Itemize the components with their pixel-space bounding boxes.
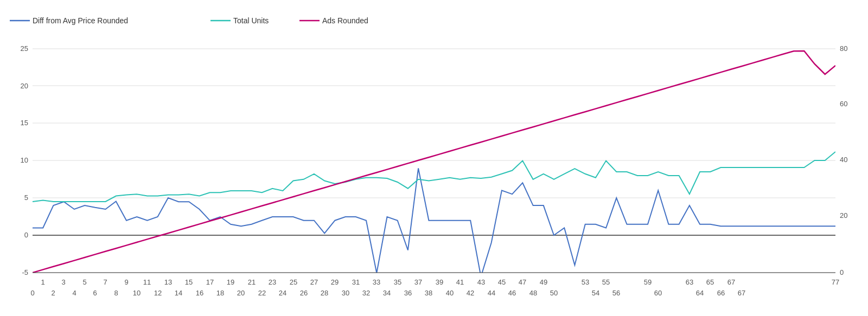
left-axis-5: 5: [24, 194, 28, 202]
x-bot-44: 44: [488, 289, 495, 297]
x-top-63: 63: [686, 278, 693, 286]
x-bot-6: 6: [93, 289, 97, 297]
x-bot-16: 16: [196, 289, 203, 297]
x-top-7: 7: [103, 278, 107, 286]
x-top-53: 53: [582, 278, 589, 286]
total-units-line: [33, 152, 835, 202]
x-top-27: 27: [310, 278, 318, 286]
x-top-15: 15: [185, 278, 193, 286]
x-top-65: 65: [706, 278, 714, 286]
right-axis-80: 80: [840, 44, 847, 53]
x-top-17: 17: [206, 278, 214, 286]
legend-diff-label: Diff from Avg Price Rounded: [33, 16, 128, 25]
x-top-45: 45: [498, 278, 506, 286]
x-top-23: 23: [269, 278, 276, 286]
x-bot-46: 46: [508, 289, 516, 297]
x-bot-42: 42: [467, 289, 474, 297]
x-top-3: 3: [61, 278, 65, 286]
x-top-35: 35: [394, 278, 401, 286]
x-bot-12: 12: [154, 289, 162, 297]
x-top-11: 11: [143, 278, 151, 286]
left-axis-neg5: -5: [22, 268, 28, 276]
chart-svg: 25 20 15 10 5 0 -5 80 60 40 20 0: [0, 0, 868, 316]
x-bot-40: 40: [446, 289, 454, 297]
x-bot-66: 66: [717, 289, 725, 297]
x-top-25: 25: [290, 278, 297, 286]
x-top-37: 37: [414, 278, 422, 286]
x-top-13: 13: [164, 278, 172, 286]
left-axis-25: 25: [21, 44, 28, 53]
right-axis-60: 60: [840, 100, 847, 108]
x-bot-34: 34: [383, 289, 391, 297]
x-bot-0: 0: [30, 289, 34, 297]
x-bot-22: 22: [258, 289, 266, 297]
legend-units-label: Total Units: [233, 16, 269, 25]
x-top-29: 29: [331, 278, 339, 286]
chart-container: 25 20 15 10 5 0 -5 80 60 40 20 0: [0, 0, 868, 316]
x-bot-10: 10: [133, 289, 141, 297]
x-top-47: 47: [519, 278, 526, 286]
x-top-39: 39: [436, 278, 443, 286]
x-bot-20: 20: [237, 289, 245, 297]
x-top-9: 9: [124, 278, 128, 286]
x-bot-56: 56: [612, 289, 620, 297]
left-axis-15: 15: [21, 119, 28, 127]
x-bot-14: 14: [175, 289, 182, 297]
x-top-19: 19: [227, 278, 234, 286]
x-bot-8: 8: [114, 289, 118, 297]
x-bot-28: 28: [321, 289, 328, 297]
x-top-59: 59: [644, 278, 652, 286]
x-bot-4: 4: [72, 289, 76, 297]
x-top-77: 77: [832, 278, 839, 286]
x-bot-2: 2: [51, 289, 55, 297]
x-top-67: 67: [727, 278, 735, 286]
x-bot-38: 38: [425, 289, 432, 297]
x-top-5: 5: [82, 278, 86, 286]
right-axis-0: 0: [840, 268, 844, 276]
left-axis-0: 0: [24, 231, 28, 239]
x-bot-24: 24: [279, 289, 286, 297]
x-top-41: 41: [456, 278, 464, 286]
x-bot-32: 32: [362, 289, 370, 297]
x-bot-67b: 67: [738, 289, 745, 297]
right-axis-40: 40: [840, 156, 847, 164]
x-top-21: 21: [248, 278, 256, 286]
ads-rounded-line: [33, 51, 835, 273]
x-bot-18: 18: [216, 289, 224, 297]
diff-avg-price-line: [33, 169, 835, 277]
x-top-55: 55: [602, 278, 610, 286]
x-bot-36: 36: [404, 289, 412, 297]
x-top-43: 43: [477, 278, 485, 286]
x-bot-50: 50: [550, 289, 558, 297]
x-top-33: 33: [373, 278, 380, 286]
left-axis-10: 10: [21, 156, 28, 164]
x-top-1: 1: [41, 278, 44, 286]
x-bot-30: 30: [342, 289, 349, 297]
x-bot-48: 48: [529, 289, 537, 297]
x-top-31: 31: [352, 278, 360, 286]
legend-ads-label: Ads Rounded: [322, 16, 368, 25]
right-axis-20: 20: [840, 211, 847, 220]
left-axis-20: 20: [21, 82, 28, 90]
x-bot-54: 54: [592, 289, 599, 297]
x-bot-60: 60: [654, 289, 662, 297]
x-bot-64: 64: [696, 289, 704, 297]
x-top-49: 49: [540, 278, 547, 286]
x-bot-26: 26: [300, 289, 308, 297]
